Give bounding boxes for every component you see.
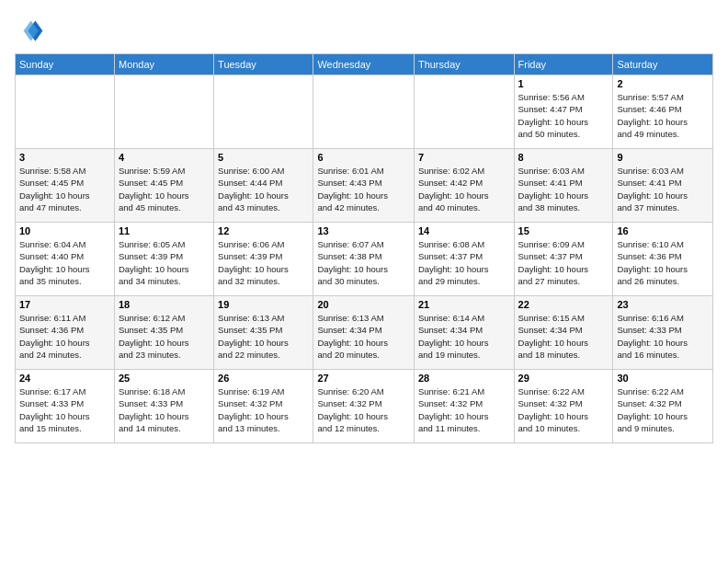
day-number: 25 <box>119 373 210 384</box>
day-info: Sunrise: 6:01 AM Sunset: 4:43 PM Dayligh… <box>317 165 410 213</box>
calendar-week-3: 17Sunrise: 6:11 AM Sunset: 4:36 PM Dayli… <box>16 296 713 370</box>
day-number: 22 <box>518 299 609 310</box>
day-info: Sunrise: 6:10 AM Sunset: 4:36 PM Dayligh… <box>617 238 709 287</box>
day-info: Sunrise: 6:13 AM Sunset: 4:35 PM Dayligh… <box>218 312 309 361</box>
calendar-cell: 8Sunrise: 6:03 AM Sunset: 4:41 PM Daylig… <box>514 149 613 223</box>
calendar-cell: 30Sunrise: 6:22 AM Sunset: 4:32 PM Dayli… <box>613 370 713 443</box>
day-number: 12 <box>218 225 309 236</box>
day-info: Sunrise: 6:20 AM Sunset: 4:32 PM Dayligh… <box>317 385 410 434</box>
calendar-cell <box>313 75 415 149</box>
weekday-header-friday: Friday <box>514 54 613 75</box>
day-info: Sunrise: 5:58 AM Sunset: 4:45 PM Dayligh… <box>19 165 110 213</box>
day-info: Sunrise: 5:56 AM Sunset: 4:47 PM Dayligh… <box>518 91 609 140</box>
calendar-cell: 12Sunrise: 6:06 AM Sunset: 4:39 PM Dayli… <box>214 223 313 296</box>
day-info: Sunrise: 6:08 AM Sunset: 4:37 PM Dayligh… <box>418 238 510 287</box>
day-number: 20 <box>317 299 410 310</box>
day-info: Sunrise: 6:09 AM Sunset: 4:37 PM Dayligh… <box>518 238 609 287</box>
calendar-cell: 21Sunrise: 6:14 AM Sunset: 4:34 PM Dayli… <box>414 296 514 370</box>
logo-icon <box>15 15 44 44</box>
day-number: 29 <box>518 373 609 384</box>
day-number: 6 <box>317 152 410 163</box>
calendar-cell: 28Sunrise: 6:21 AM Sunset: 4:32 PM Dayli… <box>414 370 514 443</box>
calendar-cell: 19Sunrise: 6:13 AM Sunset: 4:35 PM Dayli… <box>214 296 313 370</box>
day-number: 27 <box>317 373 410 384</box>
calendar-cell <box>16 75 115 149</box>
day-number: 11 <box>119 225 210 236</box>
calendar-cell: 20Sunrise: 6:13 AM Sunset: 4:34 PM Dayli… <box>313 296 415 370</box>
day-number: 9 <box>617 152 709 163</box>
calendar-table: SundayMondayTuesdayWednesdayThursdayFrid… <box>15 53 713 443</box>
day-number: 3 <box>19 152 110 163</box>
calendar-header-row: SundayMondayTuesdayWednesdayThursdayFrid… <box>16 54 713 75</box>
day-number: 16 <box>617 225 709 236</box>
day-number: 4 <box>119 152 210 163</box>
weekday-header-saturday: Saturday <box>613 54 713 75</box>
calendar-week-1: 3Sunrise: 5:58 AM Sunset: 4:45 PM Daylig… <box>16 149 713 223</box>
calendar-cell: 3Sunrise: 5:58 AM Sunset: 4:45 PM Daylig… <box>16 149 115 223</box>
day-info: Sunrise: 6:14 AM Sunset: 4:34 PM Dayligh… <box>418 312 510 361</box>
calendar-cell <box>114 75 213 149</box>
day-info: Sunrise: 6:04 AM Sunset: 4:40 PM Dayligh… <box>19 238 110 287</box>
calendar-cell: 4Sunrise: 5:59 AM Sunset: 4:45 PM Daylig… <box>114 149 213 223</box>
calendar-week-2: 10Sunrise: 6:04 AM Sunset: 4:40 PM Dayli… <box>16 223 713 296</box>
day-info: Sunrise: 6:19 AM Sunset: 4:32 PM Dayligh… <box>218 385 309 434</box>
weekday-header-monday: Monday <box>114 54 213 75</box>
day-info: Sunrise: 6:22 AM Sunset: 4:32 PM Dayligh… <box>518 385 609 434</box>
day-info: Sunrise: 6:06 AM Sunset: 4:39 PM Dayligh… <box>218 238 309 287</box>
day-info: Sunrise: 6:18 AM Sunset: 4:33 PM Dayligh… <box>119 385 210 434</box>
weekday-header-tuesday: Tuesday <box>214 54 313 75</box>
calendar-cell: 22Sunrise: 6:15 AM Sunset: 4:34 PM Dayli… <box>514 296 613 370</box>
page: SundayMondayTuesdayWednesdayThursdayFrid… <box>0 0 728 563</box>
calendar-cell: 9Sunrise: 6:03 AM Sunset: 4:41 PM Daylig… <box>613 149 713 223</box>
calendar-cell: 29Sunrise: 6:22 AM Sunset: 4:32 PM Dayli… <box>514 370 613 443</box>
day-info: Sunrise: 6:22 AM Sunset: 4:32 PM Dayligh… <box>617 385 709 434</box>
day-info: Sunrise: 5:59 AM Sunset: 4:45 PM Dayligh… <box>119 165 210 213</box>
day-number: 13 <box>317 225 410 236</box>
day-number: 30 <box>617 373 709 384</box>
calendar-cell: 27Sunrise: 6:20 AM Sunset: 4:32 PM Dayli… <box>313 370 415 443</box>
day-number: 2 <box>617 78 709 89</box>
day-info: Sunrise: 6:11 AM Sunset: 4:36 PM Dayligh… <box>19 312 110 361</box>
day-info: Sunrise: 6:02 AM Sunset: 4:42 PM Dayligh… <box>418 165 510 213</box>
day-info: Sunrise: 6:07 AM Sunset: 4:38 PM Dayligh… <box>317 238 410 287</box>
day-number: 10 <box>19 225 110 236</box>
day-number: 26 <box>218 373 309 384</box>
calendar-week-0: 1Sunrise: 5:56 AM Sunset: 4:47 PM Daylig… <box>16 75 713 149</box>
day-number: 17 <box>19 299 110 310</box>
calendar-cell: 13Sunrise: 6:07 AM Sunset: 4:38 PM Dayli… <box>313 223 415 296</box>
day-info: Sunrise: 5:57 AM Sunset: 4:46 PM Dayligh… <box>617 91 709 140</box>
calendar-cell <box>414 75 514 149</box>
calendar-week-4: 24Sunrise: 6:17 AM Sunset: 4:33 PM Dayli… <box>16 370 713 443</box>
day-number: 1 <box>518 78 609 89</box>
calendar-cell: 18Sunrise: 6:12 AM Sunset: 4:35 PM Dayli… <box>114 296 213 370</box>
calendar-cell: 16Sunrise: 6:10 AM Sunset: 4:36 PM Dayli… <box>613 223 713 296</box>
day-info: Sunrise: 6:17 AM Sunset: 4:33 PM Dayligh… <box>19 385 110 434</box>
day-info: Sunrise: 6:16 AM Sunset: 4:33 PM Dayligh… <box>617 312 709 361</box>
day-info: Sunrise: 6:12 AM Sunset: 4:35 PM Dayligh… <box>119 312 210 361</box>
calendar-cell: 14Sunrise: 6:08 AM Sunset: 4:37 PM Dayli… <box>414 223 514 296</box>
day-number: 5 <box>218 152 309 163</box>
day-info: Sunrise: 6:03 AM Sunset: 4:41 PM Dayligh… <box>617 165 709 213</box>
calendar-cell: 25Sunrise: 6:18 AM Sunset: 4:33 PM Dayli… <box>114 370 213 443</box>
day-number: 18 <box>119 299 210 310</box>
calendar-cell: 15Sunrise: 6:09 AM Sunset: 4:37 PM Dayli… <box>514 223 613 296</box>
calendar-cell: 11Sunrise: 6:05 AM Sunset: 4:39 PM Dayli… <box>114 223 213 296</box>
day-info: Sunrise: 6:15 AM Sunset: 4:34 PM Dayligh… <box>518 312 609 361</box>
calendar-cell: 6Sunrise: 6:01 AM Sunset: 4:43 PM Daylig… <box>313 149 415 223</box>
calendar-cell: 2Sunrise: 5:57 AM Sunset: 4:46 PM Daylig… <box>613 75 713 149</box>
calendar-cell: 26Sunrise: 6:19 AM Sunset: 4:32 PM Dayli… <box>214 370 313 443</box>
calendar-cell: 23Sunrise: 6:16 AM Sunset: 4:33 PM Dayli… <box>613 296 713 370</box>
calendar-cell: 7Sunrise: 6:02 AM Sunset: 4:42 PM Daylig… <box>414 149 514 223</box>
calendar-cell: 10Sunrise: 6:04 AM Sunset: 4:40 PM Dayli… <box>16 223 115 296</box>
day-info: Sunrise: 6:03 AM Sunset: 4:41 PM Dayligh… <box>518 165 609 213</box>
day-number: 28 <box>418 373 510 384</box>
weekday-header-sunday: Sunday <box>16 54 115 75</box>
calendar-cell: 5Sunrise: 6:00 AM Sunset: 4:44 PM Daylig… <box>214 149 313 223</box>
weekday-header-wednesday: Wednesday <box>313 54 415 75</box>
day-info: Sunrise: 6:00 AM Sunset: 4:44 PM Dayligh… <box>218 165 309 213</box>
day-number: 14 <box>418 225 510 236</box>
logo <box>15 15 48 44</box>
day-info: Sunrise: 6:05 AM Sunset: 4:39 PM Dayligh… <box>119 238 210 287</box>
day-info: Sunrise: 6:21 AM Sunset: 4:32 PM Dayligh… <box>418 385 510 434</box>
day-info: Sunrise: 6:13 AM Sunset: 4:34 PM Dayligh… <box>317 312 410 361</box>
